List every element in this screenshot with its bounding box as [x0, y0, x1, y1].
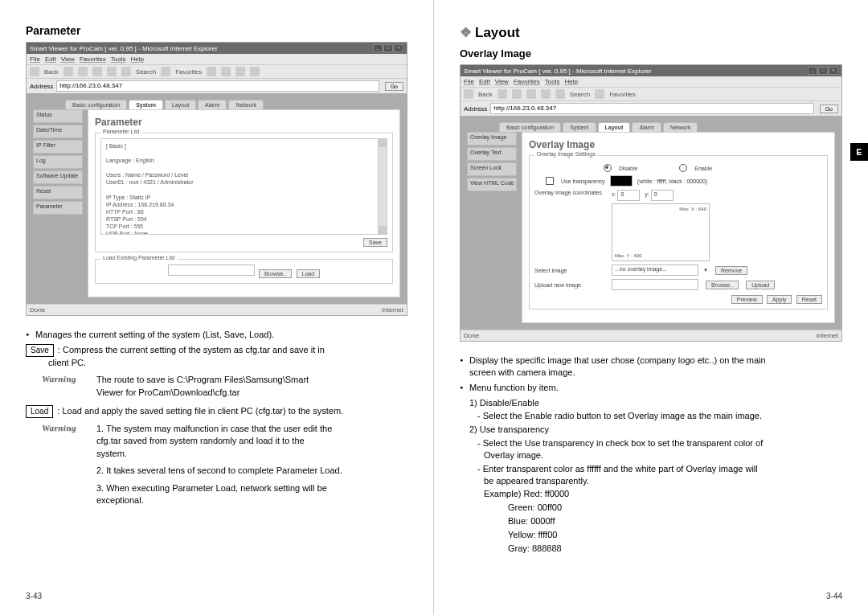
mail-icon[interactable] [235, 67, 245, 76]
menu-file-2[interactable]: File [464, 78, 474, 85]
window-controls-2: _ □ × [808, 67, 838, 75]
menu-tools[interactable]: Tools [111, 55, 126, 63]
browse-button-2[interactable]: Browse.. [706, 281, 739, 289]
tab-network-2[interactable]: Network [663, 122, 698, 132]
history-icon[interactable] [221, 67, 231, 76]
print-icon[interactable] [250, 67, 260, 76]
address-bar-2: Address http://166.23.0.48.347 Go [461, 100, 841, 116]
max-icon-2[interactable]: □ [818, 67, 828, 75]
transparency-color-input[interactable] [610, 175, 633, 187]
y-input[interactable]: 0 [651, 190, 674, 201]
tab-system-2[interactable]: System [563, 122, 596, 132]
checkbox-transparency[interactable] [546, 177, 554, 185]
menu-tools-2[interactable]: Tools [545, 78, 560, 85]
sidebar-item-log[interactable]: Log [33, 155, 83, 169]
back-icon-2[interactable] [464, 89, 473, 99]
tab-alarm-2[interactable]: Alarm [632, 122, 661, 132]
tab-system[interactable]: System [129, 100, 163, 109]
address-input[interactable]: http://166.23.0.48.347 [56, 80, 379, 92]
sidebar-item-datetime[interactable]: Date/Time [33, 125, 83, 138]
max-icon[interactable]: □ [383, 44, 393, 52]
window-titlebar-2: Smart Viewer for ProCam [ ver. 0.95 ] - … [461, 65, 841, 76]
forward-icon[interactable] [63, 67, 73, 76]
sidebar-item-screen-lock[interactable]: Screen Lock [467, 162, 517, 176]
menu-file[interactable]: File [30, 55, 40, 63]
browse-button[interactable]: Browse.. [259, 269, 292, 278]
home-icon[interactable] [107, 67, 117, 76]
search-icon[interactable] [121, 67, 131, 76]
tab-layout[interactable]: Layout [165, 100, 196, 109]
apply-button[interactable]: Apply [767, 295, 792, 304]
sidebar-item-view-html[interactable]: View HTML Code [467, 178, 517, 191]
min-icon[interactable]: _ [373, 44, 383, 52]
select-image-dropdown[interactable]: ...no overlay image... [612, 264, 698, 276]
toolbar: Back Search Favorites [27, 64, 407, 78]
sidebar-item-ipfilter[interactable]: IP Filter [33, 140, 83, 154]
screenshot-parameter: Smart Viewer for ProCam [ ver. 0.95 ] - … [26, 42, 407, 316]
refresh-icon[interactable] [92, 67, 102, 76]
upload-path-input[interactable] [612, 279, 698, 290]
save-button-shot[interactable]: Save [363, 238, 387, 247]
bullet1a: Display the specific image that user cho… [469, 355, 766, 365]
tab-layout-2[interactable]: Layout [598, 122, 631, 132]
go-button-2[interactable]: Go [820, 105, 838, 113]
address-label: Address [30, 83, 53, 90]
min-icon-2[interactable]: _ [808, 67, 817, 75]
tab-basic[interactable]: Basic configuration [65, 100, 127, 109]
remove-button[interactable]: Remove [715, 266, 747, 275]
sidebar-item-reset[interactable]: Reset [33, 186, 83, 199]
sub-2a: - Select the Use transparency in check b… [477, 437, 842, 461]
menu-view[interactable]: View [61, 55, 75, 63]
parameter-listbox[interactable]: [ Basic ] Language : English Users : Nam… [100, 138, 387, 235]
radio-enable[interactable] [679, 164, 687, 172]
upload-button[interactable]: Upload [746, 281, 775, 289]
back-label[interactable]: Back [44, 68, 59, 76]
sidebar-item-overlay-text[interactable]: Overlay Text [467, 147, 517, 161]
address-input-2[interactable]: http://166.23.0.48.347 [490, 103, 813, 114]
menu-fav[interactable]: Favorites [80, 55, 106, 63]
load-path-input[interactable] [168, 264, 255, 276]
sidebar-item-status[interactable]: Status [33, 109, 83, 123]
back-icon[interactable] [30, 67, 39, 76]
menu-edit[interactable]: Edit [45, 55, 56, 63]
menu-edit-2[interactable]: Edit [479, 78, 490, 85]
warn1-line2: Viewer for ProCam\Download\cfg.tar [96, 387, 407, 399]
go-button[interactable]: Go [385, 82, 403, 91]
sidebar-item-parameter[interactable]: Parameter [33, 201, 83, 215]
favorites-icon[interactable] [161, 67, 170, 76]
search-icon-2[interactable] [555, 89, 565, 99]
close-icon[interactable]: × [394, 44, 403, 52]
stop-icon-2[interactable] [512, 89, 522, 99]
media-icon[interactable] [207, 67, 216, 76]
search-label[interactable]: Search [136, 68, 156, 76]
menu-view-2[interactable]: View [495, 78, 509, 85]
menubar-2: File Edit View Favorites Tools Help [461, 76, 841, 87]
menu-help[interactable]: Help [130, 55, 143, 63]
preview-button[interactable]: Preview [731, 295, 763, 304]
legend-overlay-settings: Overlay Image Settings [534, 151, 598, 157]
tab-network[interactable]: Network [228, 100, 264, 109]
search-label-2[interactable]: Search [570, 91, 590, 98]
forward-icon-2[interactable] [497, 89, 507, 99]
back-label-2[interactable]: Back [478, 91, 493, 98]
menu-help-2[interactable]: Help [564, 78, 577, 85]
x-input[interactable]: 0 [617, 190, 640, 201]
close-icon-2[interactable]: × [829, 67, 838, 75]
address-label-2: Address [464, 105, 487, 113]
refresh-icon-2[interactable] [526, 89, 536, 99]
page-left: Parameter Smart Viewer for ProCam [ ver.… [0, 0, 434, 615]
favorites-label[interactable]: Favorites [175, 68, 202, 76]
home-icon-2[interactable] [541, 89, 551, 99]
favorites-icon-2[interactable] [595, 89, 604, 99]
load-button-shot[interactable]: Load [297, 269, 321, 278]
menu-fav-2[interactable]: Favorites [514, 78, 540, 85]
scrollbar[interactable] [378, 139, 387, 234]
sidebar-item-swupdate[interactable]: Software Update [33, 170, 83, 184]
tab-basic-2[interactable]: Basic configuration [499, 122, 561, 132]
reset-button[interactable]: Reset [796, 295, 822, 304]
radio-disable[interactable] [604, 164, 612, 172]
stop-icon[interactable] [78, 67, 88, 76]
sidebar-item-overlay-image[interactable]: Overlay Image [467, 132, 517, 146]
favorites-label-2[interactable]: Favorites [609, 91, 636, 98]
tab-alarm[interactable]: Alarm [198, 100, 227, 109]
